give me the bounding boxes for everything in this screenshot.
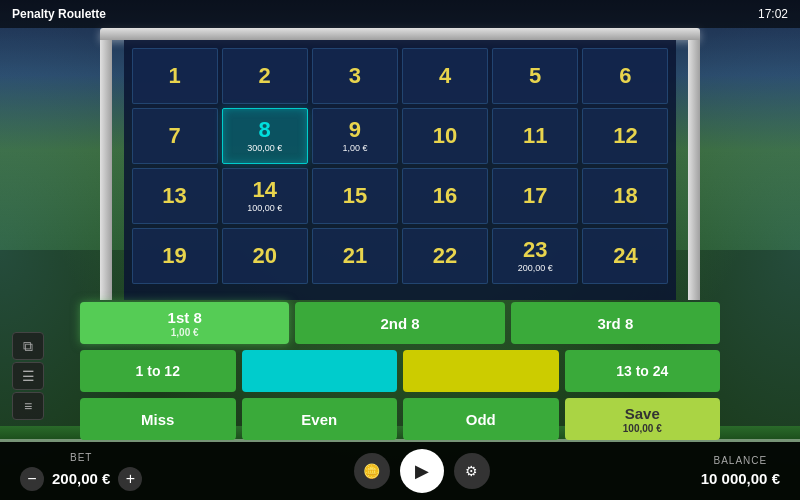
grid-cell-5[interactable]: 5 [492, 48, 578, 104]
top-bet-row: 1st 8 1,00 € 2nd 8 3rd 8 [80, 302, 720, 344]
center-controls: 🪙 ▶ ⚙ [354, 449, 490, 493]
second-8-button[interactable]: 2nd 8 [295, 302, 504, 344]
cell-number-22: 22 [433, 245, 457, 267]
one-to-12-button[interactable]: 1 to 12 [80, 350, 236, 392]
grid-cell-10[interactable]: 10 [402, 108, 488, 164]
cell-number-2: 2 [259, 65, 271, 87]
bet-amount: 200,00 € [52, 470, 110, 487]
side-icons: ⧉ ☰ ≡ [12, 332, 44, 420]
grid-cell-15[interactable]: 15 [312, 168, 398, 224]
cell-number-3: 3 [349, 65, 361, 87]
cell-number-24: 24 [613, 245, 637, 267]
grid-cell-14[interactable]: 14100,00 € [222, 168, 308, 224]
cell-number-5: 5 [529, 65, 541, 87]
even-button[interactable]: Even [242, 398, 398, 440]
range-row: 1 to 12 13 to 24 [80, 350, 720, 392]
cyan-button[interactable] [242, 350, 398, 392]
grid-cell-12[interactable]: 12 [582, 108, 668, 164]
copy-icon[interactable]: ⧉ [12, 332, 44, 360]
cell-amount-8: 300,00 € [247, 143, 282, 153]
clock: 17:02 [758, 7, 788, 21]
grid-cell-21[interactable]: 21 [312, 228, 398, 284]
grid-cell-4[interactable]: 4 [402, 48, 488, 104]
cell-number-4: 4 [439, 65, 451, 87]
cell-number-8: 8 [259, 119, 271, 141]
grid-cell-16[interactable]: 16 [402, 168, 488, 224]
grid-cell-3[interactable]: 3 [312, 48, 398, 104]
yellow-button[interactable] [403, 350, 559, 392]
bet-label: BET [70, 452, 92, 463]
cell-amount-14: 100,00 € [247, 203, 282, 213]
cell-number-23: 23 [523, 239, 547, 261]
grid-area: 12345678300,00 €91,00 €1011121314100,00 … [124, 40, 677, 300]
grid-cell-8[interactable]: 8300,00 € [222, 108, 308, 164]
third-8-button[interactable]: 3rd 8 [511, 302, 720, 344]
cell-number-11: 11 [523, 125, 547, 147]
grid-cell-11[interactable]: 11 [492, 108, 578, 164]
menu-icon[interactable]: ≡ [12, 392, 44, 420]
cell-number-18: 18 [613, 185, 637, 207]
grid-cell-18[interactable]: 18 [582, 168, 668, 224]
cell-number-6: 6 [619, 65, 631, 87]
grid-cell-6[interactable]: 6 [582, 48, 668, 104]
cell-number-17: 17 [523, 185, 547, 207]
cell-number-10: 10 [433, 125, 457, 147]
odd-button[interactable]: Odd [403, 398, 559, 440]
balance-label: BALANCE [714, 455, 768, 466]
cell-number-9: 9 [349, 119, 361, 141]
first-8-button[interactable]: 1st 8 1,00 € [80, 302, 289, 344]
grid-cell-17[interactable]: 17 [492, 168, 578, 224]
grid-cell-22[interactable]: 22 [402, 228, 488, 284]
cell-amount-23: 200,00 € [518, 263, 553, 273]
balance-value: 10 000,00 € [701, 470, 780, 487]
balance-section: BALANCE 10 000,00 € [701, 455, 780, 487]
list-icon[interactable]: ☰ [12, 362, 44, 390]
goal-post-top [100, 28, 700, 40]
cell-number-16: 16 [433, 185, 457, 207]
goal-container: 12345678300,00 €91,00 €1011121314100,00 … [100, 28, 700, 300]
goal-post-right [688, 40, 700, 300]
grid-cell-19[interactable]: 19 [132, 228, 218, 284]
grid-cell-24[interactable]: 24 [582, 228, 668, 284]
cell-number-7: 7 [168, 125, 180, 147]
cell-number-13: 13 [162, 185, 186, 207]
cell-number-20: 20 [253, 245, 277, 267]
cell-number-1: 1 [168, 65, 180, 87]
miss-button[interactable]: Miss [80, 398, 236, 440]
goal-post-left [100, 40, 112, 300]
cell-number-15: 15 [343, 185, 367, 207]
action-row: Miss Even Odd Save 100,00 € [80, 398, 720, 440]
grid-cell-7[interactable]: 7 [132, 108, 218, 164]
bet-value-row: − 200,00 € + [20, 467, 142, 491]
cell-amount-9: 1,00 € [342, 143, 367, 153]
grid-cell-13[interactable]: 13 [132, 168, 218, 224]
grid-cell-23[interactable]: 23200,00 € [492, 228, 578, 284]
app-title: Penalty Roulette [12, 7, 106, 21]
cell-number-12: 12 [613, 125, 637, 147]
grid-cell-9[interactable]: 91,00 € [312, 108, 398, 164]
grid-cell-20[interactable]: 20 [222, 228, 308, 284]
cell-number-19: 19 [162, 245, 186, 267]
play-button[interactable]: ▶ [400, 449, 444, 493]
chip-icon-button[interactable]: 🪙 [354, 453, 390, 489]
bet-increase-button[interactable]: + [118, 467, 142, 491]
bet-section: BET − 200,00 € + [20, 452, 142, 491]
bottom-bar: BET − 200,00 € + 🪙 ▶ ⚙ BALANCE 10 000,00… [0, 442, 800, 500]
number-grid: 12345678300,00 €91,00 €1011121314100,00 … [132, 48, 669, 284]
save-button[interactable]: Save 100,00 € [565, 398, 721, 440]
grid-cell-2[interactable]: 2 [222, 48, 308, 104]
grid-cell-1[interactable]: 1 [132, 48, 218, 104]
settings-icon-button[interactable]: ⚙ [454, 453, 490, 489]
cell-number-14: 14 [253, 179, 277, 201]
bet-decrease-button[interactable]: − [20, 467, 44, 491]
top-bar: Penalty Roulette 17:02 [0, 0, 800, 28]
controls-area: 1st 8 1,00 € 2nd 8 3rd 8 1 to 12 13 to 2… [80, 302, 720, 440]
thirteen-to-24-button[interactable]: 13 to 24 [565, 350, 721, 392]
cell-number-21: 21 [343, 245, 367, 267]
